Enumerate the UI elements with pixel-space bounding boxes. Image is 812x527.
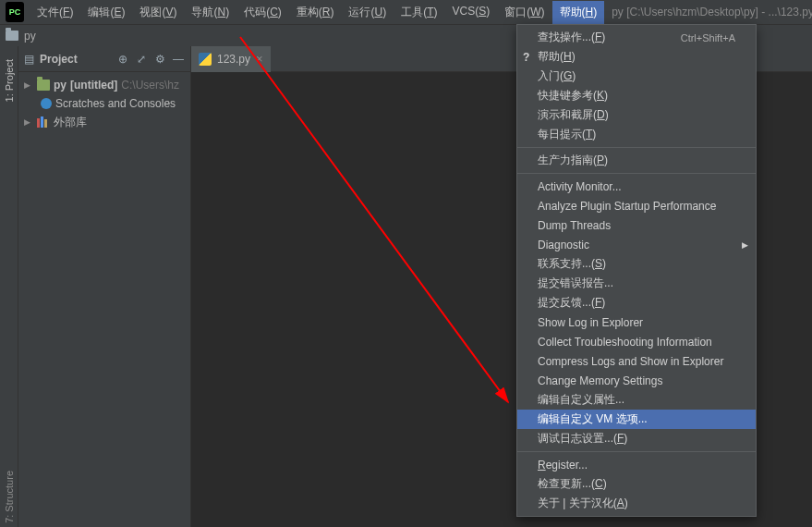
- menu-item[interactable]: Register...: [517, 455, 756, 474]
- menu-e[interactable]: 编辑(E): [80, 1, 132, 24]
- menu-item[interactable]: 生产力指南(P): [517, 151, 756, 170]
- titlebar: PC 文件(F)编辑(E)视图(V)导航(N)代码(C)重构(R)运行(U)工具…: [0, 0, 812, 24]
- menu-item[interactable]: 关于 | 关于汉化(A): [517, 494, 756, 513]
- menu-item[interactable]: Show Log in Explorer: [517, 313, 756, 332]
- menu-item[interactable]: 编辑自定义属性...: [517, 390, 756, 410]
- menu-n[interactable]: 导航(N): [184, 1, 236, 24]
- ide-logo: PC: [6, 2, 24, 22]
- menu-s[interactable]: VCS(S): [445, 1, 498, 24]
- menu-u[interactable]: 运行(U): [341, 1, 394, 24]
- menu-f[interactable]: 文件(F): [30, 1, 80, 24]
- menu-item[interactable]: Collect Troubleshooting Information: [517, 332, 756, 351]
- menu-item[interactable]: ?帮助(H): [517, 47, 756, 67]
- svg-rect-2: [44, 119, 47, 128]
- menu-r[interactable]: 重构(R): [289, 1, 342, 24]
- menu-separator: [517, 451, 756, 452]
- tree-ext-lib[interactable]: ▶ 外部库: [18, 113, 190, 131]
- panel-title: Project: [40, 53, 78, 66]
- menu-item[interactable]: Compress Logs and Show in Explorer: [517, 351, 756, 371]
- tool-tab-structure[interactable]: 7: Structure: [4, 467, 15, 527]
- menu-w[interactable]: 窗口(W): [497, 1, 551, 24]
- tool-tab-project[interactable]: 1: Project: [4, 55, 15, 105]
- menu-item[interactable]: 快捷键参考(K): [517, 86, 756, 105]
- menu-item[interactable]: 演示和截屏(D): [517, 105, 756, 125]
- tree-root[interactable]: ▶ py [untitled] C:\Users\hz: [18, 76, 190, 94]
- menu-item[interactable]: Activity Monitor...: [517, 177, 756, 196]
- gear-icon[interactable]: ⚙: [153, 53, 166, 66]
- folder-icon: [6, 31, 18, 41]
- chevron-right-icon[interactable]: ▶: [24, 80, 33, 90]
- library-icon: [37, 116, 50, 128]
- project-panel: ▤ Project ⊕ ⤢ ⚙ — ▶ py [untitled] C:\Use…: [18, 46, 191, 527]
- menu-item[interactable]: Diagnostic▶: [517, 235, 756, 254]
- menu-t[interactable]: 工具(T): [394, 1, 444, 24]
- menu-separator: [517, 173, 756, 174]
- python-file-icon: [199, 53, 212, 66]
- menu-item[interactable]: 提交错误报告...: [517, 274, 756, 293]
- menu-item[interactable]: 入门(G): [517, 67, 756, 86]
- tree-scratches[interactable]: Scratches and Consoles: [18, 94, 190, 113]
- folder-icon: [37, 80, 50, 91]
- menubar: 文件(F)编辑(E)视图(V)导航(N)代码(C)重构(R)运行(U)工具(T)…: [30, 1, 604, 24]
- help-menu: 查找操作...(F)Ctrl+Shift+A?帮助(H)入门(G)快捷键参考(K…: [516, 24, 757, 517]
- close-icon[interactable]: ×: [256, 52, 263, 66]
- menu-item[interactable]: Change Memory Settings: [517, 371, 756, 390]
- scratch-icon: [41, 98, 52, 109]
- locate-icon[interactable]: ⊕: [116, 53, 129, 66]
- panel-header: ▤ Project ⊕ ⤢ ⚙ —: [18, 46, 190, 72]
- menu-item[interactable]: 调试日志设置...(F): [517, 429, 756, 448]
- menu-item[interactable]: 查找操作...(F)Ctrl+Shift+A: [517, 28, 756, 47]
- file-tab[interactable]: 123.py ×: [191, 46, 271, 72]
- menu-item[interactable]: Dump Threads: [517, 215, 756, 235]
- expand-icon[interactable]: ⤢: [135, 53, 148, 66]
- menu-v[interactable]: 视图(V): [132, 1, 184, 24]
- menu-item[interactable]: Analyze Plugin Startup Performance: [517, 196, 756, 215]
- project-view-icon[interactable]: ▤: [24, 53, 34, 66]
- window-title: py [C:\Users\hzm\Desktop\py] - ...\123.p…: [612, 6, 812, 18]
- left-gutter: 1: Project 7: Structure: [0, 46, 18, 527]
- menu-h[interactable]: 帮助(H): [552, 1, 605, 24]
- hide-icon[interactable]: —: [172, 53, 185, 66]
- breadcrumb-label: py: [24, 30, 36, 43]
- chevron-right-icon[interactable]: ▶: [24, 117, 33, 127]
- menu-item[interactable]: 检查更新...(C): [517, 474, 756, 494]
- menu-c[interactable]: 代码(C): [236, 1, 289, 24]
- menu-item[interactable]: 联系支持...(S): [517, 254, 756, 274]
- svg-rect-1: [41, 116, 43, 128]
- menu-item[interactable]: 提交反馈...(F): [517, 293, 756, 313]
- menu-item[interactable]: 编辑自定义 VM 选项...: [517, 410, 756, 429]
- menu-separator: [517, 147, 756, 148]
- project-tree: ▶ py [untitled] C:\Users\hz Scratches an…: [18, 72, 190, 135]
- menu-item[interactable]: 每日提示(T): [517, 125, 756, 144]
- svg-rect-0: [37, 118, 40, 128]
